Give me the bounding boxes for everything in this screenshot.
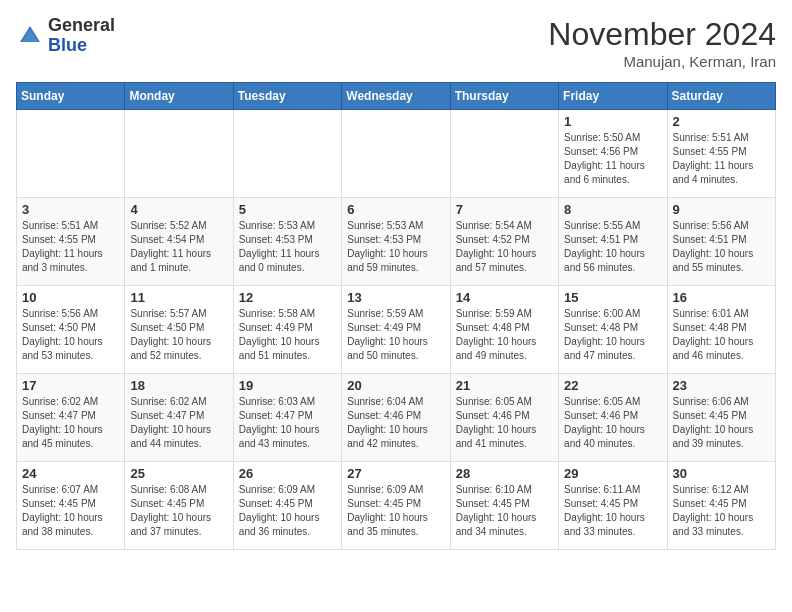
day-number: 1 [564, 114, 661, 129]
calendar-day-cell [233, 110, 341, 198]
month-title: November 2024 [548, 16, 776, 53]
location-subtitle: Manujan, Kerman, Iran [548, 53, 776, 70]
day-number: 3 [22, 202, 119, 217]
day-info: Sunrise: 6:09 AM Sunset: 4:45 PM Dayligh… [239, 483, 336, 539]
calendar-table: SundayMondayTuesdayWednesdayThursdayFrid… [16, 82, 776, 550]
day-number: 22 [564, 378, 661, 393]
day-info: Sunrise: 6:01 AM Sunset: 4:48 PM Dayligh… [673, 307, 770, 363]
calendar-day-cell: 13Sunrise: 5:59 AM Sunset: 4:49 PM Dayli… [342, 286, 450, 374]
calendar-day-cell: 17Sunrise: 6:02 AM Sunset: 4:47 PM Dayli… [17, 374, 125, 462]
calendar-day-cell [342, 110, 450, 198]
day-number: 2 [673, 114, 770, 129]
calendar-header-row: SundayMondayTuesdayWednesdayThursdayFrid… [17, 83, 776, 110]
calendar-day-cell: 21Sunrise: 6:05 AM Sunset: 4:46 PM Dayli… [450, 374, 558, 462]
day-info: Sunrise: 6:12 AM Sunset: 4:45 PM Dayligh… [673, 483, 770, 539]
calendar-day-cell: 16Sunrise: 6:01 AM Sunset: 4:48 PM Dayli… [667, 286, 775, 374]
calendar-day-cell: 11Sunrise: 5:57 AM Sunset: 4:50 PM Dayli… [125, 286, 233, 374]
day-info: Sunrise: 5:56 AM Sunset: 4:50 PM Dayligh… [22, 307, 119, 363]
day-info: Sunrise: 5:58 AM Sunset: 4:49 PM Dayligh… [239, 307, 336, 363]
day-info: Sunrise: 6:05 AM Sunset: 4:46 PM Dayligh… [564, 395, 661, 451]
day-info: Sunrise: 5:53 AM Sunset: 4:53 PM Dayligh… [347, 219, 444, 275]
day-info: Sunrise: 6:09 AM Sunset: 4:45 PM Dayligh… [347, 483, 444, 539]
day-number: 20 [347, 378, 444, 393]
calendar-day-cell [450, 110, 558, 198]
weekday-header: Monday [125, 83, 233, 110]
calendar-week-row: 17Sunrise: 6:02 AM Sunset: 4:47 PM Dayli… [17, 374, 776, 462]
day-number: 23 [673, 378, 770, 393]
day-number: 29 [564, 466, 661, 481]
day-info: Sunrise: 6:04 AM Sunset: 4:46 PM Dayligh… [347, 395, 444, 451]
calendar-day-cell: 8Sunrise: 5:55 AM Sunset: 4:51 PM Daylig… [559, 198, 667, 286]
day-number: 9 [673, 202, 770, 217]
calendar-day-cell: 28Sunrise: 6:10 AM Sunset: 4:45 PM Dayli… [450, 462, 558, 550]
calendar-day-cell: 2Sunrise: 5:51 AM Sunset: 4:55 PM Daylig… [667, 110, 775, 198]
calendar-day-cell: 24Sunrise: 6:07 AM Sunset: 4:45 PM Dayli… [17, 462, 125, 550]
calendar-day-cell: 4Sunrise: 5:52 AM Sunset: 4:54 PM Daylig… [125, 198, 233, 286]
day-number: 6 [347, 202, 444, 217]
day-number: 30 [673, 466, 770, 481]
day-number: 24 [22, 466, 119, 481]
weekday-header: Friday [559, 83, 667, 110]
weekday-header: Wednesday [342, 83, 450, 110]
day-info: Sunrise: 5:59 AM Sunset: 4:49 PM Dayligh… [347, 307, 444, 363]
day-number: 25 [130, 466, 227, 481]
calendar-day-cell: 30Sunrise: 6:12 AM Sunset: 4:45 PM Dayli… [667, 462, 775, 550]
calendar-day-cell: 15Sunrise: 6:00 AM Sunset: 4:48 PM Dayli… [559, 286, 667, 374]
day-number: 8 [564, 202, 661, 217]
calendar-day-cell: 3Sunrise: 5:51 AM Sunset: 4:55 PM Daylig… [17, 198, 125, 286]
day-info: Sunrise: 6:10 AM Sunset: 4:45 PM Dayligh… [456, 483, 553, 539]
day-number: 13 [347, 290, 444, 305]
weekday-header: Sunday [17, 83, 125, 110]
calendar-day-cell [125, 110, 233, 198]
day-number: 19 [239, 378, 336, 393]
day-number: 26 [239, 466, 336, 481]
day-info: Sunrise: 6:02 AM Sunset: 4:47 PM Dayligh… [130, 395, 227, 451]
day-info: Sunrise: 5:57 AM Sunset: 4:50 PM Dayligh… [130, 307, 227, 363]
day-info: Sunrise: 5:54 AM Sunset: 4:52 PM Dayligh… [456, 219, 553, 275]
calendar-day-cell: 18Sunrise: 6:02 AM Sunset: 4:47 PM Dayli… [125, 374, 233, 462]
calendar-day-cell: 14Sunrise: 5:59 AM Sunset: 4:48 PM Dayli… [450, 286, 558, 374]
calendar-day-cell: 20Sunrise: 6:04 AM Sunset: 4:46 PM Dayli… [342, 374, 450, 462]
day-info: Sunrise: 5:50 AM Sunset: 4:56 PM Dayligh… [564, 131, 661, 187]
day-info: Sunrise: 6:02 AM Sunset: 4:47 PM Dayligh… [22, 395, 119, 451]
calendar-day-cell: 10Sunrise: 5:56 AM Sunset: 4:50 PM Dayli… [17, 286, 125, 374]
weekday-header: Tuesday [233, 83, 341, 110]
day-number: 15 [564, 290, 661, 305]
calendar-week-row: 3Sunrise: 5:51 AM Sunset: 4:55 PM Daylig… [17, 198, 776, 286]
day-number: 17 [22, 378, 119, 393]
calendar-day-cell: 27Sunrise: 6:09 AM Sunset: 4:45 PM Dayli… [342, 462, 450, 550]
logo: General Blue [16, 16, 115, 56]
day-info: Sunrise: 5:51 AM Sunset: 4:55 PM Dayligh… [22, 219, 119, 275]
day-info: Sunrise: 6:11 AM Sunset: 4:45 PM Dayligh… [564, 483, 661, 539]
day-info: Sunrise: 6:08 AM Sunset: 4:45 PM Dayligh… [130, 483, 227, 539]
calendar-day-cell: 12Sunrise: 5:58 AM Sunset: 4:49 PM Dayli… [233, 286, 341, 374]
day-info: Sunrise: 5:56 AM Sunset: 4:51 PM Dayligh… [673, 219, 770, 275]
logo-general: General [48, 16, 115, 36]
title-block: November 2024 Manujan, Kerman, Iran [548, 16, 776, 70]
day-number: 27 [347, 466, 444, 481]
day-number: 11 [130, 290, 227, 305]
day-number: 14 [456, 290, 553, 305]
calendar-day-cell: 29Sunrise: 6:11 AM Sunset: 4:45 PM Dayli… [559, 462, 667, 550]
weekday-header: Saturday [667, 83, 775, 110]
calendar-week-row: 1Sunrise: 5:50 AM Sunset: 4:56 PM Daylig… [17, 110, 776, 198]
calendar-day-cell: 22Sunrise: 6:05 AM Sunset: 4:46 PM Dayli… [559, 374, 667, 462]
calendar-week-row: 24Sunrise: 6:07 AM Sunset: 4:45 PM Dayli… [17, 462, 776, 550]
day-number: 4 [130, 202, 227, 217]
day-info: Sunrise: 5:55 AM Sunset: 4:51 PM Dayligh… [564, 219, 661, 275]
day-info: Sunrise: 6:07 AM Sunset: 4:45 PM Dayligh… [22, 483, 119, 539]
calendar-week-row: 10Sunrise: 5:56 AM Sunset: 4:50 PM Dayli… [17, 286, 776, 374]
calendar-day-cell: 9Sunrise: 5:56 AM Sunset: 4:51 PM Daylig… [667, 198, 775, 286]
day-info: Sunrise: 6:03 AM Sunset: 4:47 PM Dayligh… [239, 395, 336, 451]
calendar-day-cell: 19Sunrise: 6:03 AM Sunset: 4:47 PM Dayli… [233, 374, 341, 462]
day-info: Sunrise: 5:51 AM Sunset: 4:55 PM Dayligh… [673, 131, 770, 187]
weekday-header: Thursday [450, 83, 558, 110]
logo-icon [16, 22, 44, 50]
day-number: 5 [239, 202, 336, 217]
calendar-day-cell: 23Sunrise: 6:06 AM Sunset: 4:45 PM Dayli… [667, 374, 775, 462]
day-number: 18 [130, 378, 227, 393]
day-info: Sunrise: 5:53 AM Sunset: 4:53 PM Dayligh… [239, 219, 336, 275]
calendar-day-cell: 5Sunrise: 5:53 AM Sunset: 4:53 PM Daylig… [233, 198, 341, 286]
day-info: Sunrise: 5:52 AM Sunset: 4:54 PM Dayligh… [130, 219, 227, 275]
day-number: 7 [456, 202, 553, 217]
